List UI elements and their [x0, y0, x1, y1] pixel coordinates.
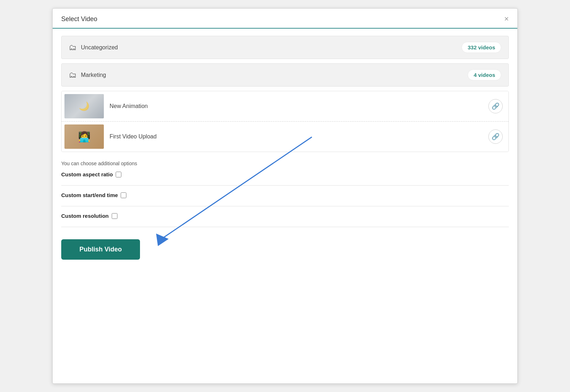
link-icon-upload: 🔗 [492, 133, 499, 141]
dialog-title: Select Video [61, 15, 97, 23]
video-thumbnail-animation [64, 94, 104, 118]
category-left: 🗂 Uncategorized [69, 43, 118, 52]
publish-video-button[interactable]: Publish Video [61, 239, 140, 260]
option-text-resolution: Custom resolution [61, 213, 109, 219]
select-video-dialog: Select Video × 🗂 Uncategorized 332 video… [52, 8, 518, 384]
option-item-aspect-ratio: Custom aspect ratio [61, 171, 509, 177]
dialog-body: 🗂 Uncategorized 332 videos 🗂 Marketing 4… [53, 29, 517, 383]
thumb-animation-visual [64, 94, 104, 118]
thumb-person-visual [64, 124, 104, 149]
category-row-uncategorized[interactable]: 🗂 Uncategorized 332 videos [61, 36, 509, 59]
divider-2 [61, 206, 509, 206]
option-item-start-end: Custom start/end time [61, 192, 509, 198]
option-checkbox-start-end[interactable] [121, 192, 126, 198]
category-row-marketing[interactable]: 🗂 Marketing 4 videos [61, 63, 509, 87]
dialog-header: Select Video × [53, 9, 517, 29]
svg-marker-1 [156, 234, 169, 246]
options-section: You can choose additional options Custom… [61, 159, 509, 227]
video-left: New Animation [64, 94, 148, 118]
option-item-resolution: Custom resolution [61, 213, 509, 219]
option-label-start-end[interactable]: Custom start/end time [61, 192, 509, 198]
option-checkbox-resolution[interactable] [112, 213, 117, 219]
video-item-upload[interactable]: First Video Upload 🔗 [62, 122, 508, 152]
video-name-upload: First Video Upload [110, 133, 156, 140]
close-button[interactable]: × [504, 15, 509, 23]
video-thumbnail-upload [64, 124, 104, 149]
options-hint: You can choose additional options [61, 161, 509, 166]
video-left-upload: First Video Upload [64, 124, 156, 149]
video-name-animation: New Animation [110, 103, 148, 109]
video-count-marketing: 4 videos [468, 69, 501, 80]
option-label-resolution[interactable]: Custom resolution [61, 213, 509, 219]
publish-section: Publish Video [61, 234, 509, 263]
video-list: New Animation 🔗 First Video Upload 🔗 [61, 91, 509, 152]
divider-1 [61, 185, 509, 186]
option-text-aspect-ratio: Custom aspect ratio [61, 171, 113, 177]
link-icon-animation: 🔗 [492, 102, 499, 110]
divider-3 [61, 227, 509, 227]
link-button-upload[interactable]: 🔗 [488, 129, 503, 144]
option-checkbox-aspect-ratio[interactable] [116, 172, 121, 177]
folder-icon: 🗂 [69, 43, 77, 52]
category-name-uncategorized: Uncategorized [81, 44, 118, 51]
option-text-start-end: Custom start/end time [61, 192, 118, 198]
option-label-aspect-ratio[interactable]: Custom aspect ratio [61, 171, 509, 177]
category-left-marketing: 🗂 Marketing [69, 70, 106, 80]
video-count-uncategorized: 332 videos [462, 42, 501, 53]
folder-icon-marketing: 🗂 [69, 70, 77, 80]
link-button-animation[interactable]: 🔗 [488, 99, 503, 113]
category-name-marketing: Marketing [81, 72, 106, 78]
video-item-animation[interactable]: New Animation 🔗 [62, 91, 508, 122]
